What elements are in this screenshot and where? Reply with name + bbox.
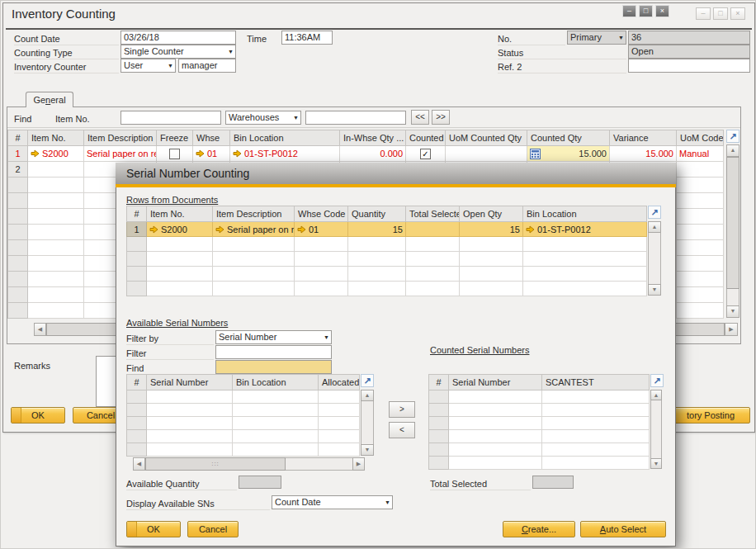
- in-whse-qty-cell[interactable]: 0.000: [340, 146, 406, 162]
- scroll-up-icon[interactable]: ▲: [650, 390, 662, 400]
- table-row-1[interactable]: 1 S2000 Serial paper on relea 01 01-ST-P…: [8, 146, 724, 162]
- warehouses-select[interactable]: Warehouses ▼: [225, 111, 301, 125]
- scroll-up-icon[interactable]: ▲: [726, 144, 739, 157]
- freeze-cell[interactable]: [157, 146, 193, 162]
- move-right-button[interactable]: >: [389, 401, 415, 418]
- empty-table-row[interactable]: [429, 390, 650, 404]
- link-arrow-icon[interactable]: [149, 225, 158, 234]
- ref2-label: Ref. 2: [498, 60, 626, 73]
- uom-counted-qty-cell[interactable]: [446, 146, 527, 162]
- grip-icon: :::: [211, 460, 220, 467]
- scroll-right-icon[interactable]: ▶: [352, 457, 365, 471]
- expand-table-icon[interactable]: ↗: [648, 206, 661, 219]
- link-arrow-icon[interactable]: [297, 225, 306, 234]
- scroll-down-icon[interactable]: ▼: [650, 458, 662, 469]
- count-date-field[interactable]: 03/26/18: [120, 31, 236, 45]
- empty-table-row[interactable]: [429, 430, 650, 443]
- create-button[interactable]: Create...: [503, 521, 575, 537]
- minimize-button[interactable]: –: [696, 7, 711, 20]
- total-selected-cell[interactable]: [406, 222, 460, 237]
- find-input[interactable]: [120, 111, 221, 125]
- scroll-right-icon[interactable]: ▶: [725, 323, 738, 336]
- counted-serial-numbers-heading[interactable]: Counted Serial Numbers: [430, 343, 529, 357]
- empty-table-row[interactable]: [127, 282, 647, 296]
- link-arrow-icon[interactable]: [196, 149, 205, 158]
- empty-table-row[interactable]: [127, 404, 360, 417]
- expand-table-icon[interactable]: ↗: [726, 130, 739, 143]
- filter-by-select[interactable]: Serial Number ▼: [215, 330, 332, 344]
- item-description-cell[interactable]: Serial paper on relea: [84, 146, 157, 162]
- counted-checkbox[interactable]: ✓: [420, 149, 431, 159]
- prev-button[interactable]: <<: [411, 110, 429, 125]
- next-button[interactable]: >>: [432, 110, 450, 125]
- expand-table-icon[interactable]: ↗: [361, 374, 374, 387]
- close-button[interactable]: ×: [730, 7, 745, 20]
- empty-table-row[interactable]: [127, 267, 647, 282]
- ok-button[interactable]: OK: [11, 407, 65, 424]
- auto-select-button[interactable]: Auto Select: [580, 521, 666, 537]
- empty-table-row[interactable]: [127, 430, 360, 443]
- empty-table-row[interactable]: [127, 237, 647, 252]
- counted-qty-cell[interactable]: 15.000: [527, 146, 610, 162]
- whse-code-value: 01: [309, 225, 319, 234]
- empty-table-row[interactable]: [127, 443, 360, 457]
- display-available-sns-select[interactable]: Count Date ▼: [272, 495, 393, 509]
- scroll-up-icon[interactable]: ▲: [361, 390, 374, 401]
- scroll-down-icon[interactable]: ▼: [648, 284, 661, 296]
- empty-table-row[interactable]: [429, 417, 650, 430]
- no-series-select[interactable]: Primary ▼: [567, 31, 626, 45]
- calculator-icon[interactable]: [530, 149, 541, 159]
- available-serial-numbers-heading[interactable]: Available Serial Numbers: [126, 316, 228, 329]
- window-title: Inventory Counting: [12, 7, 116, 21]
- filter-by-value: Serial Number: [219, 331, 276, 343]
- counted-vscrollbar[interactable]: [650, 390, 662, 469]
- scroll-down-icon[interactable]: ▼: [726, 305, 739, 318]
- warehouse-find-input[interactable]: [305, 111, 406, 125]
- counter-type-select[interactable]: User ▼: [120, 59, 176, 73]
- maximize-button[interactable]: □: [713, 7, 728, 20]
- quantity-cell[interactable]: 15: [348, 222, 406, 237]
- variance-cell[interactable]: 15.000: [610, 146, 677, 162]
- dialog-maximize-button[interactable]: □: [639, 5, 653, 17]
- move-left-button[interactable]: <: [389, 422, 415, 438]
- uom-code-cell[interactable]: Manual: [677, 146, 724, 162]
- link-arrow-icon[interactable]: [31, 149, 40, 158]
- empty-table-row[interactable]: [429, 404, 650, 417]
- link-arrow-icon[interactable]: [215, 225, 224, 234]
- hscroll-thumb[interactable]: :::: [145, 457, 286, 471]
- counted-sn-table: # Serial Number SCANTEST: [428, 374, 650, 470]
- dialog-ok-button[interactable]: OK: [126, 521, 181, 537]
- scroll-up-icon[interactable]: ▲: [648, 221, 661, 233]
- link-arrow-icon[interactable]: [233, 149, 242, 158]
- filter-input[interactable]: [215, 345, 332, 359]
- tab-general[interactable]: General: [26, 92, 73, 107]
- counting-type-value: Single Counter: [124, 45, 184, 58]
- expand-table-icon[interactable]: ↗: [650, 374, 664, 387]
- dialog-close-button[interactable]: ×: [655, 5, 669, 17]
- ref2-field[interactable]: [628, 59, 750, 73]
- counter-name-field[interactable]: manager: [178, 59, 236, 73]
- dialog-titlebar[interactable]: Serial Number Counting: [116, 163, 676, 184]
- empty-table-row[interactable]: [127, 417, 360, 430]
- find-input[interactable]: [215, 360, 332, 374]
- scroll-left-icon[interactable]: ◀: [34, 323, 46, 336]
- vscroll-thumb[interactable]: [726, 157, 739, 289]
- empty-table-row[interactable]: [127, 390, 360, 404]
- open-qty-cell[interactable]: 15: [460, 222, 523, 237]
- counted-cell[interactable]: ✓: [406, 146, 446, 162]
- link-arrow-icon[interactable]: [526, 225, 535, 234]
- rows-from-documents-heading[interactable]: Rows from Documents: [126, 193, 218, 206]
- counting-type-select[interactable]: Single Counter ▼: [120, 45, 236, 59]
- dialog-cancel-button[interactable]: Cancel: [187, 521, 239, 537]
- empty-table-row[interactable]: [429, 443, 650, 457]
- empty-table-row[interactable]: [429, 457, 650, 470]
- counted-sn-header-row: # Serial Number SCANTEST: [429, 375, 650, 390]
- empty-table-row[interactable]: [127, 252, 647, 267]
- dialog-minimize-button[interactable]: –: [622, 5, 636, 17]
- time-field[interactable]: 11:36AM: [281, 31, 333, 45]
- scroll-down-icon[interactable]: ▼: [361, 444, 374, 456]
- scroll-left-icon[interactable]: ◀: [133, 457, 145, 471]
- freeze-checkbox[interactable]: [169, 149, 180, 159]
- inventory-posting-button[interactable]: tory Posting: [671, 407, 750, 424]
- docs-row-1-selected[interactable]: 1 S2000 Serial paper on rele 01 15 15 01…: [127, 222, 647, 237]
